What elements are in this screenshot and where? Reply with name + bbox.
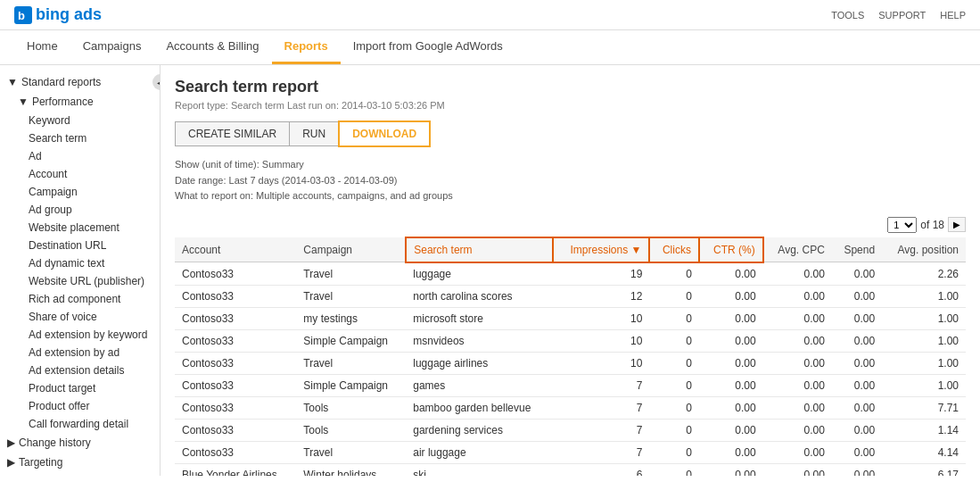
table-cell: 7 bbox=[553, 441, 650, 463]
sidebar-item-product-target[interactable]: Product target bbox=[0, 379, 160, 397]
arrow-right-icon: ▶ bbox=[7, 436, 15, 449]
table-cell: 0.00 bbox=[763, 441, 832, 463]
sidebar-item-campaign[interactable]: Campaign bbox=[0, 183, 160, 201]
table-cell: 2.26 bbox=[882, 262, 966, 286]
table-cell: Contoso33 bbox=[175, 396, 296, 419]
report-meta: Report type: Search term Last run on: 20… bbox=[175, 100, 966, 111]
table-cell: msnvideos bbox=[406, 329, 552, 352]
sidebar-item-call-forwarding-detail[interactable]: Call forwarding detail bbox=[0, 415, 160, 433]
sidebar-item-share-of-voice[interactable]: Share of voice bbox=[0, 308, 160, 326]
create-similar-button[interactable]: CREATE SIMILAR bbox=[175, 121, 290, 146]
table-row: Contoso33Travelair luggage700.000.000.00… bbox=[175, 441, 966, 463]
table-cell: Travel bbox=[296, 285, 406, 307]
col-header-clicks[interactable]: Clicks bbox=[649, 237, 699, 262]
sidebar-item-targeting[interactable]: ▶ Targeting bbox=[0, 453, 160, 472]
table-cell: 10 bbox=[553, 352, 650, 374]
table-cell: 0.00 bbox=[763, 463, 832, 476]
sidebar-item-rich-ad-component[interactable]: Rich ad component bbox=[0, 290, 160, 308]
nav-reports[interactable]: Reports bbox=[272, 30, 341, 64]
nav-accounts-billing[interactable]: Accounts & Billing bbox=[153, 30, 271, 64]
sidebar-item-ad-extension-by-keyword[interactable]: Ad extension by keyword bbox=[0, 326, 160, 344]
nav-import[interactable]: Import from Google AdWords bbox=[341, 30, 515, 64]
info-line-2: Date range: Last 7 days (2014-03-03 - 20… bbox=[175, 173, 966, 189]
table-cell: 1.14 bbox=[882, 419, 966, 441]
col-header-avg-cpc[interactable]: Avg. CPC bbox=[763, 237, 832, 262]
table-cell: bamboo garden bellevue bbox=[406, 396, 552, 419]
sidebar-item-ad-extension-by-ad[interactable]: Ad extension by ad bbox=[0, 344, 160, 362]
pagination-next-button[interactable]: ▶ bbox=[948, 217, 966, 232]
change-history-label: Change history bbox=[19, 436, 91, 449]
sidebar-item-change-history[interactable]: ▶ Change history bbox=[0, 433, 160, 453]
table-cell: Tools bbox=[296, 419, 406, 441]
sidebar-item-product-offer[interactable]: Product offer bbox=[0, 397, 160, 415]
main-content: Search term report Report type: Search t… bbox=[161, 65, 980, 476]
sidebar-item-campaign-analytics[interactable]: ▶ Campaign analytics bbox=[0, 472, 160, 476]
sidebar-item-website-url-publisher[interactable]: Website URL (publisher) bbox=[0, 272, 160, 290]
table-cell: 0 bbox=[649, 463, 699, 476]
table-cell: 0.00 bbox=[699, 419, 763, 441]
table-cell: 0.00 bbox=[763, 262, 832, 286]
table-cell: 0.00 bbox=[832, 352, 882, 374]
sidebar-item-account[interactable]: Account bbox=[0, 165, 160, 183]
tools-link[interactable]: TOOLS bbox=[831, 10, 864, 21]
table-cell: 0.00 bbox=[832, 419, 882, 441]
sidebar-item-website-placement[interactable]: Website placement bbox=[0, 219, 160, 237]
support-link[interactable]: SUPPORT bbox=[878, 10, 926, 21]
table-cell: Contoso33 bbox=[175, 329, 296, 352]
sidebar-item-performance[interactable]: ▼ Performance bbox=[0, 92, 160, 112]
table-cell: 0.00 bbox=[699, 463, 763, 476]
table-wrap: Account Campaign Search term Impressions… bbox=[175, 237, 966, 476]
table-row: Contoso33my testingsmicrosoft store1000.… bbox=[175, 307, 966, 329]
arrow-icon: ▼ bbox=[7, 76, 18, 88]
arrow-icon: ▼ bbox=[18, 96, 29, 108]
content-layout: ◀ ▼ Standard reports ▼ Performance Keywo… bbox=[0, 65, 980, 476]
table-row: Contoso33Travelluggage airlines1000.000.… bbox=[175, 352, 966, 374]
table-cell: 0.00 bbox=[763, 419, 832, 441]
sidebar-item-destination-url[interactable]: Destination URL bbox=[0, 237, 160, 254]
col-header-campaign[interactable]: Campaign bbox=[296, 237, 406, 262]
table-cell: Contoso33 bbox=[175, 352, 296, 374]
table-cell: 0 bbox=[649, 441, 699, 463]
help-link[interactable]: HELP bbox=[940, 10, 966, 21]
table-cell: Blue Yonder Airlines bbox=[175, 463, 296, 476]
page-select[interactable]: 1 bbox=[887, 217, 917, 233]
sidebar-item-ad-group[interactable]: Ad group bbox=[0, 201, 160, 219]
sidebar-item-ad[interactable]: Ad bbox=[0, 147, 160, 165]
download-button[interactable]: DOWNLOAD bbox=[338, 120, 431, 147]
sidebar-item-keyword[interactable]: Keyword bbox=[0, 112, 160, 129]
action-bar: CREATE SIMILARRUNDOWNLOAD bbox=[175, 121, 966, 146]
table-cell: 0 bbox=[649, 307, 699, 329]
table-cell: 1.00 bbox=[882, 374, 966, 396]
col-header-ctr[interactable]: CTR (%) bbox=[699, 237, 763, 262]
table-cell: gardening services bbox=[406, 419, 552, 441]
table-row: Contoso33Simple Campaigngames700.000.000… bbox=[175, 374, 966, 396]
col-header-search-term[interactable]: Search term bbox=[406, 237, 552, 262]
nav-home[interactable]: Home bbox=[14, 30, 70, 64]
table-cell: 10 bbox=[553, 329, 650, 352]
table-cell: 0.00 bbox=[832, 285, 882, 307]
info-line-3: What to report on: Multiple accounts, ca… bbox=[175, 188, 966, 204]
col-header-account[interactable]: Account bbox=[175, 237, 296, 262]
col-header-impressions[interactable]: Impressions ▼ bbox=[553, 237, 650, 262]
col-header-spend[interactable]: Spend bbox=[832, 237, 882, 262]
sidebar-item-ad-extension-details[interactable]: Ad extension details bbox=[0, 362, 160, 379]
table-cell: 1.00 bbox=[882, 285, 966, 307]
table-cell: Contoso33 bbox=[175, 285, 296, 307]
logo: b bing ads bbox=[14, 5, 102, 24]
table-cell: games bbox=[406, 374, 552, 396]
table-cell: microsoft store bbox=[406, 307, 552, 329]
run-button[interactable]: RUN bbox=[290, 121, 339, 146]
nav-campaigns[interactable]: Campaigns bbox=[70, 30, 154, 64]
table-cell: 6 bbox=[553, 463, 650, 476]
topbar-links: TOOLS SUPPORT HELP bbox=[831, 10, 966, 21]
svg-text:b: b bbox=[18, 9, 25, 22]
sidebar-item-standard-reports[interactable]: ▼ Standard reports bbox=[0, 72, 160, 92]
table-row: Contoso33Simple Campaignmsnvideos1000.00… bbox=[175, 329, 966, 352]
col-header-avg-position[interactable]: Avg. position bbox=[882, 237, 966, 262]
sidebar-item-ad-dynamic-text[interactable]: Ad dynamic text bbox=[0, 254, 160, 272]
table-row: Contoso33Toolsgardening services700.000.… bbox=[175, 419, 966, 441]
table-cell: 19 bbox=[553, 262, 650, 286]
sidebar-item-search-term[interactable]: Search term bbox=[0, 129, 160, 147]
bing-logo-icon: b bbox=[14, 6, 32, 24]
table-cell: 0.00 bbox=[832, 262, 882, 286]
